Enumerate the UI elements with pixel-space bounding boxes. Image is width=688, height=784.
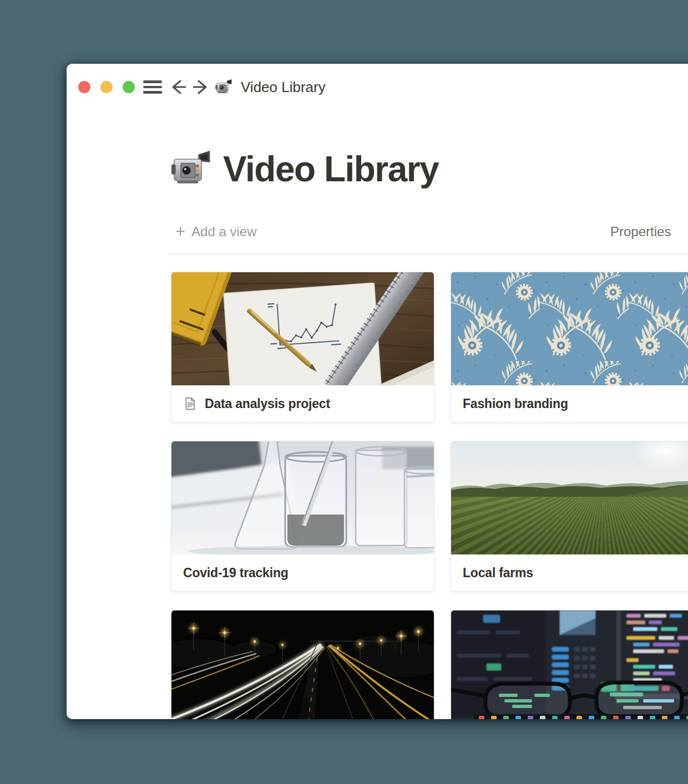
views-toolbar: + Add a view Properties <box>67 220 688 245</box>
card-title: Fashion branding <box>463 396 568 411</box>
card-title: Covid-19 tracking <box>183 566 289 581</box>
gallery-view: Data analysis project <box>171 272 688 719</box>
gallery-card-data-analysis[interactable]: Data analysis project <box>171 272 434 422</box>
card-footer: Local farms <box>451 554 688 591</box>
add-view-button[interactable]: + Add a view <box>175 220 257 244</box>
forward-arrow-icon[interactable] <box>193 79 210 95</box>
card-cover-code-photo <box>451 610 688 719</box>
maximize-window-button[interactable] <box>123 81 135 93</box>
notion-window: Video Library Video Library + Add a view… <box>67 64 688 719</box>
back-arrow-icon[interactable] <box>169 79 186 95</box>
card-cover-floral-pattern <box>451 272 688 385</box>
page-title[interactable]: Video Library <box>223 147 438 191</box>
gallery-card-night-highway[interactable] <box>171 610 434 719</box>
document-icon <box>183 396 198 411</box>
add-view-label: Add a view <box>191 220 256 244</box>
card-cover-farm-photo <box>451 441 688 554</box>
desktop-background: Video Library Video Library + Add a view… <box>0 0 688 784</box>
toolbar-divider <box>169 253 688 254</box>
gallery-card-code-monitors[interactable] <box>451 610 688 719</box>
gallery-card-local-farms[interactable]: Local farms <box>451 441 688 592</box>
card-cover-desk-photo <box>171 272 434 385</box>
gallery-card-fashion-branding[interactable]: Fashion branding <box>451 272 688 422</box>
video-camera-icon <box>215 78 233 96</box>
card-footer: Data analysis project <box>171 385 434 422</box>
card-footer: Covid-19 tracking <box>171 554 434 591</box>
card-title: Local farms <box>463 566 533 581</box>
menu-hamburger-icon[interactable] <box>143 80 162 94</box>
minimize-window-button[interactable] <box>100 81 113 93</box>
plus-icon: + <box>175 220 185 244</box>
breadcrumb-page-title[interactable]: Video Library <box>241 79 326 95</box>
window-titlebar: Video Library <box>67 64 688 110</box>
card-cover-lab-photo <box>171 441 434 554</box>
close-window-button[interactable] <box>78 81 90 93</box>
card-title: Data analysis project <box>205 396 330 411</box>
properties-button[interactable]: Properties <box>610 220 671 244</box>
card-footer: Fashion branding <box>451 385 688 422</box>
card-cover-highway-photo <box>171 610 434 719</box>
page-video-camera-emoji[interactable] <box>171 148 213 190</box>
gallery-card-covid-tracking[interactable]: Covid-19 tracking <box>171 441 434 592</box>
